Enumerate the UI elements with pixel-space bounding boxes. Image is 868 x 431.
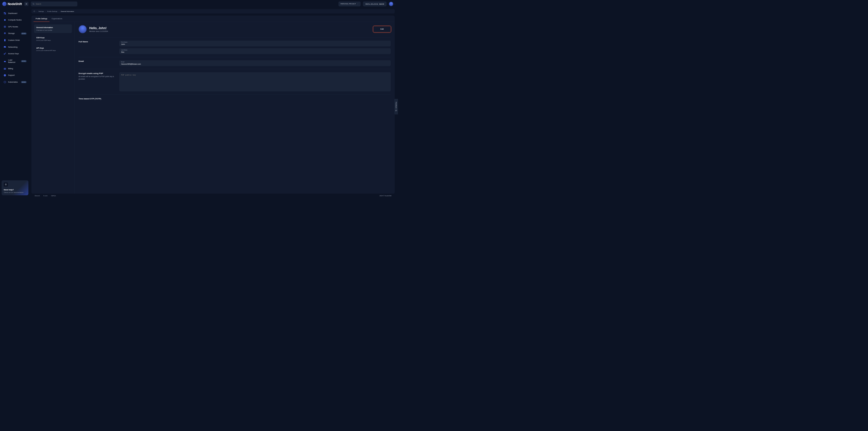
logo-mark-icon [2,2,7,6]
sidebar-item-networking[interactable]: Networking [2,44,28,50]
svg-rect-9 [4,19,6,21]
key-icon [4,52,6,55]
sidebar-item-storage[interactable]: Storage SOON [2,30,28,36]
sidebar-item-label: Storage [8,32,15,34]
sidebar-item-support[interactable]: Support [2,72,28,78]
sidebar-item-label: Dashboard [8,12,17,14]
edit-button[interactable]: Edit [373,26,391,32]
breadcrumb-current: General Information [61,10,74,12]
feedback-button[interactable]: Feedback [394,99,398,114]
first-name-input[interactable] [119,40,391,46]
svg-line-4 [34,4,34,5]
subnav-desc: Overview of your profile [36,29,69,31]
menu-toggle-button[interactable] [24,2,29,6]
email-field-label: Email [121,61,124,63]
sidebar-item-label: Compute Nodes [8,19,22,21]
chevron-down-icon [394,3,396,5]
sidebar-item-billing[interactable]: Billing [2,66,28,72]
breadcrumb-item[interactable]: Settings [38,10,44,12]
section-title-fullname: Full Name [79,40,116,43]
section-title-totp: Time-based OTP (TOTP) [79,98,116,100]
footer-link-github[interactable]: GitHub [51,195,56,197]
chevron-right-icon: › [36,10,37,12]
search-icon [32,3,34,5]
sidebar-item-custom-order[interactable]: Custom Order [2,37,28,43]
cloud-icon [4,46,6,48]
subnav-ssh-keys[interactable]: SSH Keys List of your SSH keys [34,35,72,43]
sidebar-item-label: Kubernetes [8,81,18,83]
last-name-label: Last Name [121,49,127,51]
billing-icon [4,67,6,70]
sidebar-item-dashboard[interactable]: Dashboard [2,10,28,16]
sidebar-item-label: Billing [8,67,13,69]
svg-rect-5 [4,12,5,13]
subnav-title: SSH Keys [36,37,69,39]
brand-name: NodeShift [8,2,22,6]
footer-link-discord[interactable]: Discord [35,195,40,197]
balance-amount: $10.00 [379,3,384,5]
subnav-api-keys[interactable]: API Keys List of your external API keys [34,45,72,54]
svg-point-13 [4,54,5,55]
section-desc-pgp: All emails will be encrypted if a PGP pu… [79,75,116,80]
avatar-icon [389,2,393,6]
svg-marker-18 [4,81,6,83]
subnav-title: API Keys [36,47,69,49]
kubernetes-icon [4,80,6,84]
subnav-general-info[interactable]: General Information Overview of your pro… [34,24,72,33]
svg-rect-12 [4,39,6,41]
breadcrumb: › Settings › Profile Settings › General … [31,9,395,13]
support-icon [4,74,6,77]
breadcrumb-item[interactable]: Profile Settings [47,10,57,12]
sidebar-item-label: Support [8,74,15,76]
svg-point-11 [5,26,5,27]
help-card[interactable]: Need help? Check out our documentation [2,180,28,195]
dashboard-icon [4,12,6,15]
project-selector[interactable]: PERSONAL PROJECT [339,2,361,6]
avatar [79,25,87,33]
balancer-icon [4,60,6,63]
sidebar-item-label: Custom Order [8,39,20,41]
section-title-pgp: Encrypt emails using PGP [79,72,116,74]
member-since: Member since 11/13/2024 [89,30,108,32]
feedback-label: Feedback [395,102,397,108]
chevron-down-icon [357,3,359,5]
pgp-key-textarea[interactable] [119,72,391,92]
chevron-right-icon: › [45,10,46,12]
tab-organizations[interactable]: Organizations [50,15,64,22]
search-input[interactable] [31,2,77,6]
sidebar-item-compute[interactable]: Compute Nodes [2,17,28,23]
first-name-label: First Name [121,41,127,43]
user-menu-button[interactable] [389,2,396,6]
email-input[interactable] [119,60,391,66]
brand-logo[interactable]: NodeShift [2,2,22,6]
refill-label: REFILL BALANCE: [366,3,378,5]
soon-badge: SOON [21,60,27,62]
greeting: Hello, John! [89,26,108,30]
svg-rect-8 [5,13,6,14]
soon-badge: SOON [21,32,27,34]
chevron-right-icon: › [59,10,59,12]
refill-balance-button[interactable]: REFILL BALANCE: $10.00 [363,2,386,6]
sidebar-item-gpu[interactable]: GPU Nodes [2,24,28,30]
tab-profile-settings[interactable]: Profile Settings [33,15,50,22]
svg-rect-6 [5,12,6,13]
sidebar-item-label: Networking [8,46,18,48]
sidebar-item-kubernetes[interactable]: Kubernetes SOON [2,79,28,85]
sidebar-item-label: Access Keys [8,53,19,55]
hamburger-icon [25,3,27,5]
svg-rect-15 [4,68,6,69]
sidebar-item-load-balancer[interactable]: Load Balancer SOON [2,57,28,65]
svg-point-3 [33,3,34,5]
home-icon[interactable] [33,10,35,12]
section-title-email: Email [79,60,116,63]
storage-icon [4,32,6,35]
help-subtitle: Check out our documentation [4,191,26,193]
subnav-desc: List of your SSH keys [36,39,69,41]
sidebar-item-access-keys[interactable]: Access Keys [2,51,28,57]
footer-copyright: 2024 © NodeShift [379,195,391,197]
sidebar-item-label: Load Balancer [8,59,19,63]
cpu-icon [4,19,6,21]
last-name-input[interactable] [119,48,391,54]
svg-rect-17 [5,75,5,75]
footer-link-xcom[interactable]: X.com [43,195,48,197]
